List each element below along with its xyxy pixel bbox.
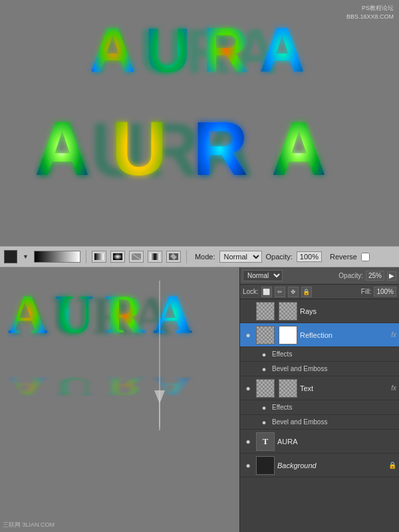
svg-text:U: U — [112, 106, 166, 191]
svg-text:R: R — [105, 372, 146, 402]
sub-layer-eye-effects-2[interactable]: ● — [259, 402, 269, 413]
bottom-watermark-left: 三联网 3LIAN.COM — [3, 521, 55, 529]
layer-thumb-background — [256, 456, 275, 475]
foreground-swatch[interactable] — [4, 250, 17, 263]
layer-name-rays: Rays — [300, 307, 396, 315]
svg-text:A: A — [8, 284, 47, 344]
layer-lock-background: 🔒 — [388, 462, 396, 469]
layer-name-background: Background — [277, 462, 386, 469]
layer-thumb-reflection-white — [279, 326, 297, 344]
layers-toolbar: Normal Multiply Opacity: 25% ▶ — [240, 267, 399, 285]
layer-name-text: Text — [300, 384, 387, 392]
layer-thumb-aura: T — [256, 432, 275, 451]
svg-rect-14 — [150, 253, 160, 260]
layers-panel: Normal Multiply Opacity: 25% ▶ Lock: ⬜ ✏… — [239, 267, 399, 532]
gradient-toolbar: ▼ Mode: Normal Multiply Screen Opacity: … — [0, 246, 399, 267]
layer-name-reflection: Reflection — [300, 331, 387, 339]
svg-text:A: A — [8, 372, 47, 402]
layer-thumb-rays2 — [279, 302, 297, 321]
lock-transparent-btn[interactable]: ⬜ — [261, 287, 272, 297]
svg-text:U: U — [55, 284, 94, 344]
opacity-label: Opacity: — [266, 253, 293, 261]
aura-text-bottom: AURA A U R A — [33, 106, 366, 193]
toolbar-divider — [86, 250, 86, 263]
layer-thumb-rays — [256, 302, 275, 321]
tool-arrow[interactable]: ▼ — [21, 253, 30, 260]
sub-layer-bevel-2[interactable]: ● Bevel and Emboss — [240, 415, 399, 430]
sub-layer-effects-1[interactable]: ● Effects — [240, 347, 399, 362]
linear-gradient-btn[interactable] — [92, 251, 106, 263]
svg-text:R: R — [193, 106, 247, 191]
sub-layer-eye-bevel-2[interactable]: ● — [259, 417, 269, 428]
layer-thumb-reflection-check — [256, 326, 275, 344]
layer-aura[interactable]: ● T AURA — [240, 430, 399, 454]
svg-rect-10 — [94, 253, 104, 260]
watermark: PS教程论坛 BBS.16XX8.COM — [346, 4, 394, 21]
mode-select[interactable]: Normal Multiply Screen — [219, 251, 262, 263]
layers-expand-btn[interactable]: ▶ — [387, 271, 396, 281]
sub-layer-name-effects-1: Effects — [272, 350, 292, 358]
reverse-checkbox[interactable] — [361, 253, 370, 261]
layer-text[interactable]: ● Text fx — [240, 376, 399, 400]
svg-text:A: A — [35, 106, 88, 191]
svg-rect-11 — [113, 253, 122, 260]
svg-text:U: U — [55, 372, 94, 402]
layers-mode-select[interactable]: Normal Multiply — [243, 270, 283, 281]
layers-opacity-label: Opacity: — [338, 272, 363, 279]
sub-layer-name-bevel-2: Bevel and Emboss — [272, 418, 327, 426]
aura-text-top: AURA A U R A — [73, 13, 326, 93]
radial-gradient-btn[interactable] — [110, 251, 125, 263]
reflected-gradient-btn[interactable] — [148, 251, 162, 263]
bottom-canvas: AURA A U R A A U R A 三联网 3LIAN.COM — [0, 267, 239, 532]
layer-eye-background[interactable]: ● — [243, 460, 253, 471]
sub-layer-name-bevel-1: Bevel and Emboss — [272, 365, 327, 372]
top-canvas: PS教程论坛 BBS.16XX8.COM — [0, 0, 399, 246]
lock-image-btn[interactable]: ✏ — [275, 287, 285, 297]
gradient-preview[interactable] — [34, 251, 80, 263]
svg-text:R: R — [203, 15, 250, 85]
sub-layer-eye-bevel-1[interactable]: ● — [259, 364, 269, 374]
layer-eye-reflection[interactable]: ● — [243, 330, 253, 340]
svg-text:A: A — [271, 106, 325, 191]
svg-text:A: A — [259, 15, 307, 85]
layer-thumb-text-check2 — [279, 379, 297, 398]
layer-rays[interactable]: ● Rays — [240, 299, 399, 323]
reverse-label: Reverse — [330, 253, 357, 261]
bottom-canvas-svg: AURA A U R A A U R A — [7, 274, 233, 434]
layer-thumb-text-check — [256, 379, 275, 398]
layer-background[interactable]: ● Background 🔒 — [240, 454, 399, 477]
layer-name-aura: AURA — [277, 438, 396, 446]
sub-layer-eye-effects-1[interactable]: ● — [259, 349, 269, 360]
lock-label: Lock: — [243, 288, 259, 295]
layer-reflection[interactable]: ● Reflection fx — [240, 323, 399, 347]
diamond-gradient-btn[interactable] — [166, 251, 181, 263]
layer-fx-text: fx — [391, 384, 396, 392]
opacity-value[interactable]: 100% — [297, 251, 322, 262]
layer-eye-text[interactable]: ● — [243, 383, 253, 394]
mode-label: Mode: — [195, 253, 215, 261]
fill-value[interactable]: 100% — [374, 287, 396, 297]
toolbar-divider2 — [186, 250, 187, 263]
svg-text:U: U — [145, 15, 192, 85]
layers-opacity-value[interactable]: 25% — [366, 271, 384, 281]
svg-text:R: R — [105, 284, 145, 344]
layers-lock-row: Lock: ⬜ ✏ ✥ 🔒 Fill: 100% — [240, 285, 399, 299]
sub-layer-bevel-1[interactable]: ● Bevel and Emboss — [240, 362, 399, 376]
layer-fx-reflection: fx — [391, 331, 396, 338]
angle-gradient-btn[interactable] — [129, 251, 144, 263]
fill-label: Fill: — [361, 288, 372, 295]
svg-text:A: A — [153, 284, 192, 344]
lock-all-btn[interactable]: 🔒 — [301, 287, 312, 297]
lock-position-btn[interactable]: ✥ — [288, 287, 299, 297]
sub-layer-effects-2[interactable]: ● Effects — [240, 400, 399, 415]
sub-layer-name-effects-2: Effects — [272, 404, 292, 411]
bottom-section: AURA A U R A A U R A 三联网 3LIAN.COM — [0, 267, 399, 532]
svg-text:A: A — [90, 15, 137, 85]
layer-eye-aura[interactable]: ● — [243, 436, 253, 447]
